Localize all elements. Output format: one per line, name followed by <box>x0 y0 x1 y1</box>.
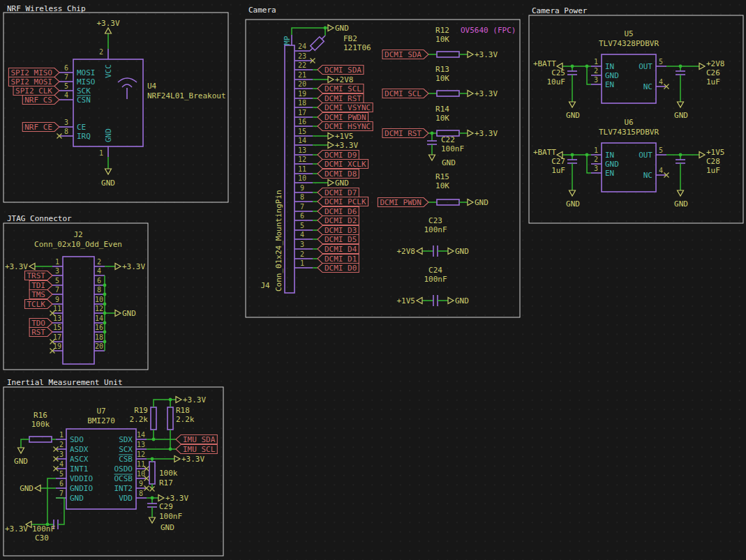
power-port-2v8[interactable] <box>417 248 422 255</box>
text-5[interactable]: 5 <box>659 58 663 66</box>
global-label-dcmi-scl[interactable]: DCMI_SCL <box>318 84 364 93</box>
text-1v5[interactable]: +1V5 <box>335 132 354 141</box>
global-label-dcmi-d2[interactable]: DCMI_D2 <box>318 216 359 225</box>
text-in[interactable]: IN <box>605 62 614 71</box>
text-12[interactable]: 12 <box>137 451 145 458</box>
power-port-3-3v[interactable] <box>115 264 121 270</box>
text-r17[interactable]: R17 <box>159 478 173 487</box>
text-10k[interactable]: 10K <box>435 74 449 83</box>
text-out[interactable]: OUT <box>639 151 652 160</box>
power-port-3-3v[interactable] <box>29 264 35 270</box>
text-3-3v[interactable]: +3.3V <box>5 524 28 533</box>
text-13[interactable]: 13 <box>137 441 145 448</box>
text-18[interactable]: 18 <box>95 333 103 341</box>
text-3-3v[interactable]: +3.3V <box>335 141 358 150</box>
section-title-camera-power[interactable]: Camera Power <box>532 6 588 15</box>
text-fb2[interactable]: FB2 <box>343 34 357 43</box>
text-gnd[interactable]: GND <box>455 296 469 305</box>
text-10[interactable]: 10 <box>298 174 306 182</box>
text-12[interactable]: 12 <box>95 305 103 312</box>
power-port-1v5[interactable] <box>699 152 705 158</box>
text-c26[interactable]: C26 <box>706 68 720 77</box>
text-asdx[interactable]: ASDX <box>70 445 89 454</box>
power-port-3-3v[interactable] <box>468 91 473 97</box>
text-19[interactable]: 19 <box>298 90 306 98</box>
text-ocsb[interactable]: OCSB <box>114 474 133 483</box>
wire[interactable] <box>56 498 64 524</box>
section-frame-nrf-wireless-chip[interactable] <box>3 13 228 202</box>
schematic-canvas[interactable]: NRF Wireless ChipJTAG ConnectorInertial … <box>0 0 746 560</box>
resistor-body[interactable] <box>437 52 459 57</box>
text-7[interactable]: 7 <box>64 73 68 81</box>
text-batt[interactable]: +BATT <box>533 59 556 68</box>
power-port-3-3v[interactable] <box>468 130 473 137</box>
text-3-3v[interactable]: +3.3V <box>5 262 28 271</box>
text-c29[interactable]: C29 <box>159 502 173 511</box>
global-label-nrf-cs[interactable]: NRF_CS <box>22 96 59 105</box>
power-port-3-3v[interactable] <box>158 495 164 501</box>
text-c30[interactable]: C30 <box>35 533 49 543</box>
text-20[interactable]: 20 <box>298 80 306 88</box>
global-label-dcmi-rst[interactable]: DCMI_RST <box>382 129 428 138</box>
text-2[interactable]: 2 <box>300 250 304 258</box>
text-21[interactable]: 21 <box>298 71 306 79</box>
section-title-nrf-wireless-chip[interactable]: NRF Wireless Chip <box>7 4 86 13</box>
text-4[interactable]: 4 <box>97 267 101 275</box>
text-gnd[interactable]: GND <box>455 247 469 256</box>
text-100nf[interactable]: 100nF <box>32 524 55 533</box>
text-2v8[interactable]: +2V8 <box>706 59 725 68</box>
global-label-dcmi-d4[interactable]: DCMI_D4 <box>318 245 359 254</box>
section-title-inertial-measurement-unit[interactable]: Inertial Measurement Unit <box>7 378 123 387</box>
text-gnd[interactable]: GND <box>335 24 349 33</box>
text-2[interactable]: 2 <box>97 258 101 266</box>
text-2[interactable]: 2 <box>59 441 64 448</box>
text-nc[interactable]: NC <box>643 82 652 91</box>
text-100nf[interactable]: 100nF <box>441 144 464 153</box>
text-vcc[interactable]: VCC <box>104 64 113 78</box>
text-4[interactable]: 4 <box>64 91 68 99</box>
resistor-body[interactable] <box>437 199 459 205</box>
power-port-2v8[interactable] <box>699 63 705 70</box>
global-label-spi2-miso[interactable]: SPI2_MISO <box>8 68 59 77</box>
wire[interactable] <box>21 439 29 448</box>
text-1[interactable]: 1 <box>594 146 598 154</box>
power-port-gnd[interactable] <box>448 248 454 255</box>
text-9[interactable]: 9 <box>55 296 59 303</box>
text-r16[interactable]: R16 <box>33 411 47 420</box>
text-8[interactable]: 8 <box>97 286 101 294</box>
global-label-dcmi-d6[interactable]: DCMI_D6 <box>318 207 359 216</box>
global-label-dcmi-d8[interactable]: DCMI_D8 <box>318 169 359 179</box>
text-6[interactable]: 6 <box>64 64 68 72</box>
text-gnd[interactable]: GND <box>566 199 580 209</box>
text-24[interactable]: 24 <box>298 43 306 50</box>
text-en[interactable]: EN <box>605 80 614 89</box>
text-gndio[interactable]: GNDIO <box>70 484 93 493</box>
text-r12[interactable]: R12 <box>435 26 449 35</box>
text-gnd[interactable]: GND <box>104 128 113 142</box>
text-3-3v[interactable]: +3.3V <box>96 19 119 28</box>
text-4[interactable]: 4 <box>59 460 64 468</box>
global-label-dcmi-sda[interactable]: DCMI_SDA <box>382 50 428 59</box>
global-label-dcmi-d0[interactable]: DCMI_D0 <box>318 264 359 273</box>
text-1uf[interactable]: 1uF <box>551 166 565 175</box>
text-3[interactable]: 3 <box>594 165 598 172</box>
global-label-dcmi-d7[interactable]: DCMI_D7 <box>318 188 359 197</box>
text-1[interactable]: 1 <box>99 149 103 157</box>
text-2-2k[interactable]: 2.2k <box>176 415 195 424</box>
text-9[interactable]: 9 <box>300 184 304 192</box>
text-10k[interactable]: 10K <box>435 35 449 44</box>
global-label-dcmi-hsync[interactable]: DCMI_HSYNC <box>318 122 373 131</box>
global-label-dcmi-d1[interactable]: DCMI_D1 <box>318 255 359 264</box>
text-10uf[interactable]: 10uF <box>547 77 566 86</box>
text-en[interactable]: EN <box>605 169 614 178</box>
text-sdx[interactable]: SDX <box>119 435 133 444</box>
text-121t06[interactable]: 121T06 <box>343 43 371 52</box>
text-r15[interactable]: R15 <box>435 172 449 181</box>
text-5[interactable]: 5 <box>300 222 304 229</box>
global-label-tms[interactable]: TMS <box>29 290 52 299</box>
wire[interactable] <box>47 478 56 524</box>
text-1uf[interactable]: 1uF <box>706 77 720 86</box>
text-int2[interactable]: INT2 <box>114 484 133 493</box>
text-3[interactable]: 3 <box>55 267 59 275</box>
global-label-dcmi-vsync[interactable]: DCMI_VSYNC <box>318 103 373 112</box>
